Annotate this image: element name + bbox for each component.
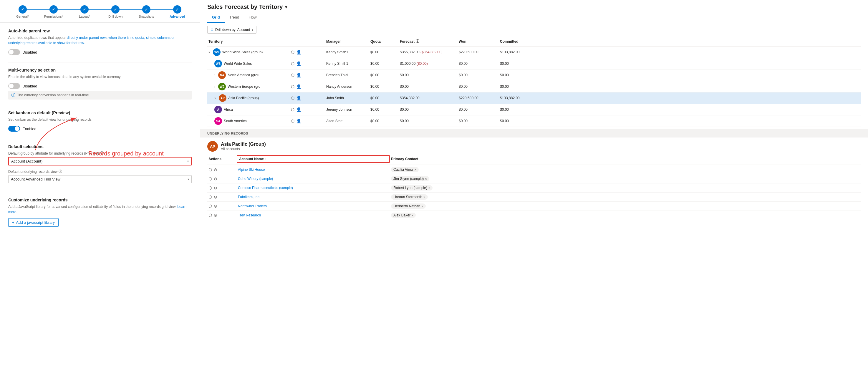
account-name-link-0[interactable]: Alpine Ski House: [238, 167, 265, 172]
under-action-icons-2: ⬡ ⊙: [209, 185, 236, 190]
contact-tag-4: Heriberto Nathan ×: [391, 204, 426, 209]
step-layout[interactable]: ✓ Layout*: [69, 5, 100, 18]
person-icon-2[interactable]: 👤: [296, 73, 301, 78]
customize-title: Customize underlying records: [8, 197, 192, 202]
action-icons-1: ⬡ 👤: [290, 61, 307, 66]
detail-icon-5[interactable]: ⊙: [214, 213, 217, 218]
step-snapshots-label: Snapshots: [139, 15, 154, 18]
contact-remove-0[interactable]: ×: [414, 168, 416, 171]
drill-down-label: Drill down by: Account: [215, 28, 250, 32]
committed-6: $0.00: [499, 119, 543, 123]
quota-5: $0.00: [369, 108, 399, 112]
manager-1: Kenny Smith1: [325, 62, 369, 66]
learn-more-link[interactable]: Learn more.: [8, 205, 186, 214]
contact-remove-4[interactable]: ×: [421, 204, 423, 208]
open-icon-3[interactable]: ⬡: [209, 195, 212, 199]
share-icon-2[interactable]: ⬡: [291, 73, 294, 78]
step-permissions[interactable]: ✓ Permissions*: [38, 5, 69, 18]
step-drilldown[interactable]: ✓ Drill down: [100, 5, 131, 18]
territory-name-4: Asia Pacific (group): [228, 96, 259, 100]
person-icon-4[interactable]: 👤: [296, 96, 301, 100]
tab-trend[interactable]: Trend: [225, 13, 244, 23]
default-view-container: Default underlying records view ⓘ Accoun…: [8, 169, 192, 183]
tab-flow[interactable]: Flow: [244, 13, 261, 23]
contact-remove-2[interactable]: ×: [428, 186, 430, 190]
open-icon-2[interactable]: ⬡: [209, 185, 212, 190]
step-snapshots[interactable]: ✓ Snapshots: [131, 5, 162, 18]
person-icon-1[interactable]: 👤: [296, 61, 301, 66]
account-name-link-2[interactable]: Contoso Pharmaceuticals (sample): [238, 186, 293, 190]
under-actions-4: ⬡ ⊙: [207, 204, 237, 209]
tab-grid[interactable]: Grid: [207, 13, 225, 23]
person-icon-5[interactable]: 👤: [296, 107, 301, 112]
share-icon-0[interactable]: ⬡: [291, 50, 294, 55]
kanban-toggle[interactable]: [8, 126, 20, 132]
open-icon-5[interactable]: ⬡: [209, 213, 212, 218]
forecast-neg-1: ($0.00): [416, 62, 428, 66]
add-js-plus-icon: +: [12, 220, 14, 225]
share-icon-5[interactable]: ⬡: [291, 107, 294, 112]
drill-down-button[interactable]: ⊙ Drill down by: Account ▾: [207, 26, 256, 34]
under-contact-5: Alex Baker ×: [390, 213, 861, 218]
under-action-icons-0: ⬡ ⊙: [209, 167, 236, 172]
kanban-section: Set kanban as default (Preview) Set kanb…: [8, 111, 192, 139]
list-item: ⬡ ⊙ Alpine Ski House Cacilia Viera ×: [207, 165, 861, 174]
underlying-table: Actions Account Name ↑ Primary Contact ⬡…: [200, 153, 868, 220]
under-actions-1: ⬡ ⊙: [207, 176, 237, 181]
manager-5: Jeremy Johnson: [325, 108, 369, 112]
auto-hide-toggle[interactable]: [8, 49, 20, 55]
underlying-group-sub: All accounts: [221, 147, 266, 151]
action-icons-5: ⬡ 👤: [290, 107, 307, 112]
detail-icon-2[interactable]: ⊙: [214, 185, 217, 190]
col-territory: Territory: [207, 39, 290, 44]
expand-icon-3[interactable]: ›: [214, 85, 215, 88]
contact-remove-3[interactable]: ×: [424, 195, 425, 199]
open-icon-4[interactable]: ⬡: [209, 204, 212, 209]
under-account-0: Alpine Ski House: [237, 167, 390, 172]
auto-hide-desc-blue: directly under parent rows when there is…: [8, 36, 175, 45]
multi-currency-toggle[interactable]: [8, 83, 20, 89]
share-icon-1[interactable]: ⬡: [291, 61, 294, 66]
expand-icon-4[interactable]: ▾: [214, 97, 216, 100]
detail-icon-0[interactable]: ⊙: [214, 167, 217, 172]
quota-0: $0.00: [369, 50, 399, 54]
step-advanced[interactable]: ✓ Advanced: [162, 5, 193, 18]
contact-remove-5[interactable]: ×: [412, 213, 413, 217]
actions-4: ⬡ 👤: [291, 96, 306, 100]
share-icon-3[interactable]: ⬡: [291, 84, 294, 89]
expand-icon-2[interactable]: ›: [214, 73, 215, 77]
account-name-link-1[interactable]: Coho Winery (sample): [238, 177, 273, 181]
open-icon-0[interactable]: ⬡: [209, 167, 212, 172]
table-row: WS World Wide Sales ⬡ 👤 Kenny Smith1 $0.…: [207, 58, 861, 69]
share-icon-4[interactable]: ⬡: [291, 96, 294, 100]
account-name-link-3[interactable]: Fabrikam, Inc.: [238, 195, 260, 199]
forecast-title-chevron-icon[interactable]: ▾: [285, 5, 287, 9]
expand-icon-0[interactable]: ▾: [209, 51, 210, 54]
view-dropdown-value: Account Advanced Find View: [11, 177, 60, 181]
share-icon-6[interactable]: ⬡: [291, 119, 294, 123]
person-icon-3[interactable]: 👤: [296, 84, 301, 89]
info-icon: ⓘ: [11, 92, 15, 98]
account-name-link-5[interactable]: Trey Research: [238, 213, 261, 217]
detail-icon-3[interactable]: ⊙: [214, 195, 217, 199]
group-dropdown[interactable]: Account (Account) ▾: [8, 157, 192, 165]
person-icon-0[interactable]: 👤: [296, 50, 301, 55]
detail-icon-4[interactable]: ⊙: [214, 204, 217, 209]
manager-3: Nancy Anderson: [325, 85, 369, 89]
right-panel: Sales Forecast by Territory ▾ Grid Trend…: [200, 0, 868, 366]
under-account-5: Trey Research: [237, 213, 390, 217]
forecast-info-icon: ⓘ: [416, 39, 419, 44]
step-general[interactable]: ✓ General*: [7, 5, 38, 18]
left-panel: ✓ General* ✓ Permissions* ✓ Layout* ✓ Dr…: [0, 0, 200, 366]
person-icon-6[interactable]: 👤: [296, 119, 301, 123]
contact-remove-1[interactable]: ×: [425, 177, 427, 181]
open-icon-1[interactable]: ⬡: [209, 176, 212, 181]
view-dropdown[interactable]: Account Advanced Find View ▾: [8, 175, 192, 183]
territory-cell-5: A Africa: [207, 106, 290, 113]
account-name-link-4[interactable]: Northwind Traders: [238, 204, 267, 208]
detail-icon-1[interactable]: ⊙: [214, 176, 217, 181]
contact-name-4: Heriberto Nathan: [393, 204, 420, 208]
under-col-contact: Primary Contact: [390, 155, 861, 163]
add-js-button[interactable]: + Add a javascript library: [8, 218, 59, 227]
step-layout-circle: ✓: [81, 5, 89, 13]
